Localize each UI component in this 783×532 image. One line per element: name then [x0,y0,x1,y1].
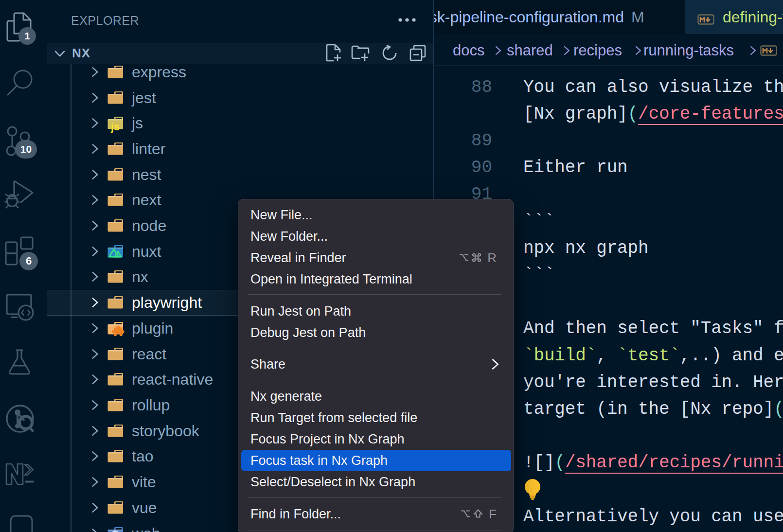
svg-text:js: js [110,121,120,133]
